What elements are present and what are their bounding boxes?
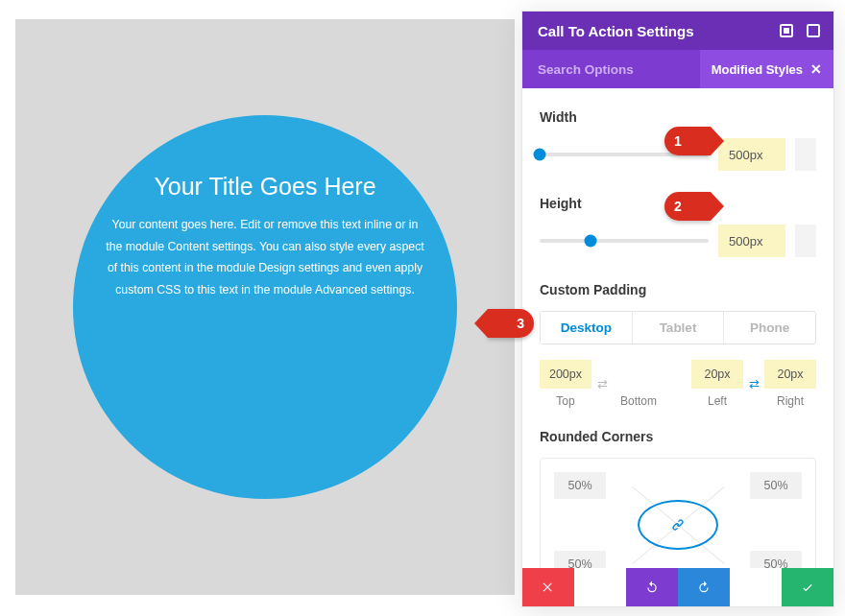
cta-module[interactable]: Your Title Goes Here Your content goes h…	[73, 115, 457, 499]
tab-tablet[interactable]: Tablet	[633, 312, 725, 344]
snap-icon[interactable]	[780, 24, 793, 37]
tab-desktop[interactable]: Desktop	[541, 312, 633, 344]
annotation-pin: 2	[664, 192, 711, 221]
padding-bottom-value[interactable]	[613, 360, 664, 389]
discard-button[interactable]	[522, 568, 574, 606]
annotation-2: 2	[664, 192, 711, 221]
panel-tabbar: Search Options Modified Styles ✕	[522, 50, 833, 88]
search-options[interactable]: Search Options	[522, 50, 700, 88]
cta-content[interactable]: Your content goes here. Edit or remove t…	[100, 214, 430, 301]
rounded-label: Rounded Corners	[540, 429, 816, 444]
padding-top-value[interactable]: 200px	[540, 360, 592, 389]
undo-button[interactable]	[626, 568, 678, 606]
corner-tr[interactable]: 50%	[750, 472, 802, 499]
padding-right-label: Right	[764, 394, 816, 408]
corner-tl[interactable]: 50%	[554, 472, 606, 499]
height-slider[interactable]	[540, 239, 709, 243]
corner-br[interactable]: 50%	[750, 551, 802, 568]
preview-area: Your Title Goes Here Your content goes h…	[15, 19, 515, 595]
width-unit[interactable]	[795, 138, 816, 171]
annotation-1: 1	[664, 127, 711, 155]
height-unit[interactable]	[795, 225, 816, 257]
close-icon[interactable]: ✕	[810, 62, 822, 76]
height-value[interactable]: 500px	[718, 225, 785, 257]
device-tabs: Desktop Tablet Phone	[540, 311, 816, 344]
save-button[interactable]	[782, 568, 833, 606]
panel-header[interactable]: Call To Action Settings	[522, 12, 833, 50]
annotation-3: 3	[488, 309, 534, 338]
cta-title[interactable]: Your Title Goes Here	[100, 173, 430, 201]
panel-body: Width 500px Height 500px Custom Padding …	[522, 88, 833, 568]
redo-button[interactable]	[678, 568, 730, 606]
tab-modified-label: Modified Styles	[712, 62, 803, 77]
annotation-pin: 3	[488, 309, 534, 338]
tab-phone[interactable]: Phone	[724, 312, 815, 344]
padding-left-label: Left	[691, 394, 743, 408]
link-all-corners[interactable]	[638, 500, 718, 550]
width-value[interactable]: 500px	[718, 138, 785, 171]
panel-footer	[522, 568, 833, 606]
width-label: Width	[540, 109, 816, 125]
custom-padding-label: Custom Padding	[540, 282, 816, 297]
padding-right-value[interactable]: 20px	[764, 360, 816, 389]
tab-modified-styles[interactable]: Modified Styles ✕	[700, 50, 833, 88]
padding-bottom-label: Bottom	[613, 394, 664, 408]
padding-top-label: Top	[540, 394, 592, 408]
rounded-corners-control: 50% 50% 50% 50%	[540, 458, 816, 568]
annotation-pin: 1	[664, 127, 711, 155]
link-icon-lr[interactable]: ⇄	[745, 369, 762, 398]
settings-panel: Call To Action Settings Search Options M…	[522, 12, 833, 606]
link-icon-tb[interactable]: ⇄	[593, 369, 611, 398]
expand-icon[interactable]	[807, 24, 820, 37]
chain-icon	[670, 517, 686, 533]
corner-bl[interactable]: 50%	[554, 551, 606, 568]
padding-left-value[interactable]: 20px	[691, 360, 743, 389]
panel-title: Call To Action Settings	[538, 23, 694, 39]
